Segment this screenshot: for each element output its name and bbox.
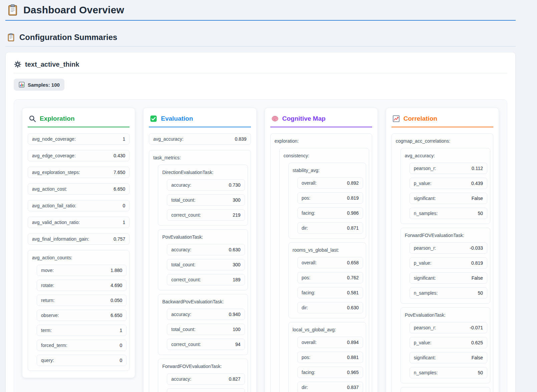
metric-value: False xyxy=(472,355,483,360)
group-label: consistency: xyxy=(283,151,366,163)
metric-row: pearson_r:-0.033 xyxy=(410,242,487,254)
metric-row: forced_term:0 xyxy=(37,340,126,351)
column-title: Cognitive Map xyxy=(282,115,326,122)
metric-value: 0.940 xyxy=(229,312,240,317)
group-children: DirectionEvaluationTask:accuracy:0.730to… xyxy=(158,165,248,392)
metric-value: 0 xyxy=(119,343,122,348)
metric-value: 0.050 xyxy=(110,298,122,303)
config-name: text_active_think xyxy=(25,61,79,68)
metric-row: n_samples:50 xyxy=(410,367,487,378)
group-label: avg_action_counts: xyxy=(31,253,126,265)
group-children: overall:0.658pos:0.762facing:0.581dir:0.… xyxy=(297,257,363,313)
metric-row: overall:0.658 xyxy=(297,257,363,268)
metric-key: overall: xyxy=(302,340,317,345)
metric-row: pos:0.881 xyxy=(297,352,363,363)
group-children: move:1.880rotate:4.690return:0.050observ… xyxy=(37,265,126,366)
metric-key: pearson_r: xyxy=(414,325,436,330)
metric-key: avg_edge_coverage: xyxy=(32,153,76,158)
metric-row: avg_accuracy:0.839 xyxy=(149,133,251,145)
metric-row: avg_action_fail_ratio:0 xyxy=(28,200,129,211)
title-divider xyxy=(5,20,516,21)
metric-group: BackwardPovEvaluationTask:accuracy:0.940… xyxy=(158,294,248,355)
metric-key: pearson_r: xyxy=(414,166,436,171)
group-children: accuracy:0.630total_count:300correct_cou… xyxy=(167,244,245,285)
metric-value: 0.894 xyxy=(347,340,359,345)
group-label: ForwardFOVEvaluationTask: xyxy=(162,362,245,373)
metric-row: avg_valid_action_ratio:1 xyxy=(28,217,129,228)
metric-key: observe: xyxy=(41,313,59,318)
metric-group: cogmap_acc_correlations:avg_accuracy:pea… xyxy=(391,133,493,392)
column-exploration: Explorationavg_node_coverage:1avg_edge_c… xyxy=(22,108,135,378)
metric-value: False xyxy=(472,275,483,281)
metric-key: correct_count: xyxy=(171,342,201,347)
metric-key: pearson_r: xyxy=(414,245,436,251)
metric-value: 0.881 xyxy=(347,355,359,360)
metric-value: False xyxy=(472,196,483,201)
column-header-exploration: Exploration xyxy=(28,113,129,127)
metric-value: 50 xyxy=(478,211,483,216)
metric-group: rooms_vs_global_last:overall:0.658pos:0.… xyxy=(288,242,366,318)
metric-group: BackwardNavEvaluationTask:pearson_r:0.13… xyxy=(400,387,490,392)
metric-value: 1.880 xyxy=(110,268,122,273)
metric-key: return: xyxy=(41,298,54,303)
metric-key: avg_final_information_gain: xyxy=(32,236,89,242)
metric-key: n_samples: xyxy=(414,211,438,216)
metric-row: accuracy:0.630 xyxy=(167,244,245,255)
metric-group: DirectionEvaluationTask:accuracy:0.730to… xyxy=(158,165,248,226)
metric-row: term:1 xyxy=(37,325,126,336)
metric-row: facing:0.581 xyxy=(297,287,363,298)
metric-group: avg_accuracy:pearson_r:0.112p_value:0.43… xyxy=(400,148,490,224)
group-children: overall:0.894pos:0.881facing:0.965dir:0.… xyxy=(297,337,363,392)
metric-value: 0.819 xyxy=(347,195,359,201)
metric-row: total_count:300 xyxy=(167,259,245,270)
metric-key: query: xyxy=(41,358,54,363)
column-body: avg_accuracy:0.839task_metrics:Direction… xyxy=(149,127,251,392)
column-body: avg_node_coverage:1avg_edge_coverage:0.4… xyxy=(28,127,129,371)
metric-group: PovEvaluationTask:accuracy:0.630total_co… xyxy=(158,229,248,290)
metric-key: total_count: xyxy=(171,262,195,267)
config-card: text_active_think Samples: 100 Explorati… xyxy=(5,52,516,392)
metric-value: 300 xyxy=(233,262,240,267)
metric-value: 4.690 xyxy=(110,283,122,288)
group-children: overall:0.892pos:0.819facing:0.986dir:0.… xyxy=(297,177,363,234)
metric-row: query:0 xyxy=(37,355,126,366)
metric-value: 6.650 xyxy=(110,313,122,318)
metric-row: facing:0.965 xyxy=(297,367,363,378)
group-children: pearson_r:0.112p_value:0.439significant:… xyxy=(410,163,487,219)
group-label: avg_accuracy: xyxy=(404,151,487,163)
samples-label: Samples: 100 xyxy=(28,82,60,88)
metric-value: 50 xyxy=(478,370,483,375)
group-label: ForwardFOVEvaluationTask: xyxy=(404,231,487,242)
group-children: accuracy:0.827total_count:300correct_cou… xyxy=(167,373,245,392)
metric-row: avg_exploration_steps:7.650 xyxy=(28,167,129,178)
search-icon xyxy=(28,115,36,123)
group-children: accuracy:0.730total_count:300correct_cou… xyxy=(167,179,245,221)
metric-group: consistency:stability_avg:overall:0.892p… xyxy=(279,148,369,392)
metric-value: 0.837 xyxy=(347,385,359,390)
metric-row: avg_action_cost:6.650 xyxy=(28,183,129,195)
metric-row: overall:0.894 xyxy=(297,337,363,348)
group-children: pearson_r:-0.033p_value:0.819significant… xyxy=(410,242,487,299)
metric-row: accuracy:0.827 xyxy=(167,373,245,385)
metric-key: overall: xyxy=(302,260,317,265)
section-divider xyxy=(5,46,516,47)
group-label: stability_avg: xyxy=(292,166,363,177)
group-label: task_metrics: xyxy=(153,153,248,165)
page-header: Dashboard Overview xyxy=(5,3,516,16)
metric-value: 189 xyxy=(233,277,240,282)
metric-key: accuracy: xyxy=(171,312,191,317)
metric-value: 0.630 xyxy=(229,247,240,252)
column-title: Exploration xyxy=(40,115,75,122)
metric-group: stability_avg:overall:0.892pos:0.819faci… xyxy=(288,163,366,239)
metric-value: 0 xyxy=(119,358,122,363)
metric-key: p_value: xyxy=(414,260,432,266)
metric-row: dir:0.871 xyxy=(297,222,363,234)
metric-row: facing:0.986 xyxy=(297,207,363,219)
metric-value: 300 xyxy=(233,197,240,203)
metric-group: task_metrics:DirectionEvaluationTask:acc… xyxy=(149,150,251,392)
column-body: exploration:consistency:stability_avg:ov… xyxy=(270,127,372,392)
column-header-correlation: Correlation xyxy=(391,113,493,127)
column-body: cogmap_acc_correlations:avg_accuracy:pea… xyxy=(391,127,493,392)
group-label: exploration: xyxy=(274,136,369,148)
metric-row: accuracy:0.730 xyxy=(167,179,245,191)
